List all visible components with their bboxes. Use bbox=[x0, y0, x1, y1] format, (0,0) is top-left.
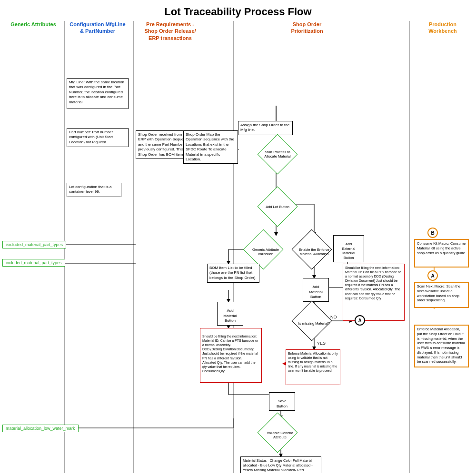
consume-kit-box: Consume Kit Macro: Consume Material Kit … bbox=[414, 239, 469, 268]
divider-2 bbox=[133, 21, 134, 473]
mfg-line-box: Mfg Line: With the same location that wa… bbox=[67, 78, 129, 109]
water-mark-label: material_allocation_low_water_mark bbox=[2, 425, 79, 432]
enforce-pwb-box: Enforce Material Allocation, put the Sho… bbox=[414, 325, 469, 367]
fill-info-left-box: Should be filling the next information: … bbox=[200, 328, 262, 383]
add-lot-diamond: Add Lot Button bbox=[263, 192, 292, 221]
add-material-btn2-box: Add Material Button bbox=[303, 278, 329, 302]
material-status-box: Material Status - Change Color Full Mate… bbox=[240, 456, 321, 473]
page-title: Lot Traceability Process Flow bbox=[0, 0, 476, 21]
part-number-box: Part number: Part number configured with… bbox=[67, 128, 129, 147]
scan-next-box: Scan Next Macro: Scan the next available… bbox=[414, 282, 469, 308]
svg-text:YES: YES bbox=[317, 341, 326, 346]
divider-3 bbox=[233, 21, 234, 473]
circle-a-mid: A bbox=[355, 315, 365, 326]
save-button-box: Save Button bbox=[269, 392, 295, 411]
assign-shop-order-box: Assign the Shop Order to the Mfg line. bbox=[238, 121, 293, 135]
included-label: included_material_part_types bbox=[2, 259, 65, 267]
start-process-diamond: Start Process to Allocate Material bbox=[263, 140, 292, 169]
divider-5 bbox=[409, 21, 410, 473]
add-material-btn1-box: Add Material Button bbox=[217, 302, 243, 326]
is-missing-diamond: Is missing Material? bbox=[298, 307, 331, 340]
excluded-label: excluded_material_part_types bbox=[2, 241, 66, 248]
enable-enforce-diamond: Enable the Enforce Material Allocation bbox=[298, 235, 331, 268]
col-prereq-header: Pre Requirements - Shop Order Release/ E… bbox=[136, 21, 205, 41]
enforce-material-box: Enforce Material Allocation is only usin… bbox=[286, 349, 340, 385]
svg-text:NO: NO bbox=[330, 315, 337, 319]
col-generic-header: Generic Attributes bbox=[2, 21, 64, 28]
circle-a-production: A bbox=[427, 270, 438, 281]
add-external-material-box: Add External Material Button bbox=[333, 235, 364, 262]
lot-config-box: Lot configuration that is a container le… bbox=[67, 183, 121, 197]
col-shoporder-header: Shop Order Prioritization bbox=[252, 21, 362, 35]
validate-generic-diamond: Validate Generic Attribute bbox=[263, 418, 297, 452]
col-config-header: Configuration MfgLine & PartNumber bbox=[67, 21, 129, 35]
bom-item-list-box: BOM Item List to be filled (those are th… bbox=[207, 264, 259, 283]
col-production-header: Production Workbench bbox=[414, 21, 471, 35]
shop-order-map-box: Shop Order Map the Operation sequence wi… bbox=[183, 130, 238, 164]
fill-info-right-box: Should be filling the next information: … bbox=[343, 264, 405, 321]
circle-b-production: B bbox=[427, 228, 438, 238]
